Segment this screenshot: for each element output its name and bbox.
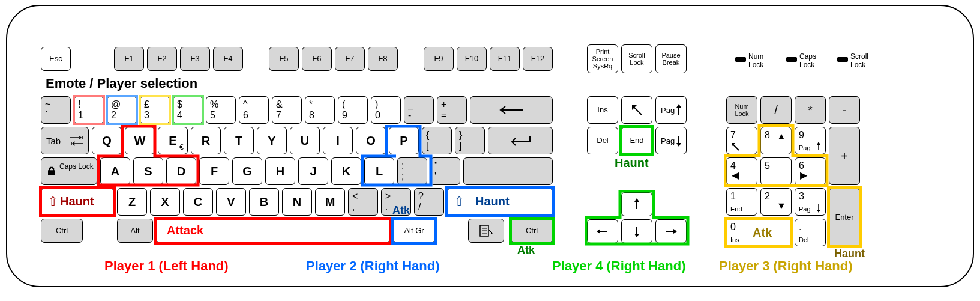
key-f8[interactable]: F8: [368, 47, 398, 71]
key-h[interactable]: H: [265, 157, 295, 185]
key-1[interactable]: !1: [74, 96, 104, 124]
key-numlock[interactable]: Num Lock: [726, 96, 757, 124]
key-f2[interactable]: F2: [147, 47, 177, 71]
key-t[interactable]: T: [224, 127, 254, 154]
arrow-down-icon: [675, 135, 682, 147]
key-l[interactable]: L: [364, 157, 394, 185]
key-f10[interactable]: F10: [457, 47, 487, 71]
key-rctrl[interactable]: Ctrl: [511, 219, 553, 243]
key-n[interactable]: N: [282, 188, 312, 216]
key-np7[interactable]: 7: [726, 127, 757, 154]
key-k[interactable]: K: [331, 157, 361, 185]
key-np1[interactable]: 1End: [726, 188, 757, 216]
arrow-up-icon: [675, 104, 682, 116]
key-w[interactable]: W: [125, 127, 155, 154]
key-np-add[interactable]: +: [829, 127, 860, 185]
key-f1[interactable]: F1: [114, 47, 144, 71]
key-9[interactable]: (9: [338, 96, 368, 124]
key-bracket-left[interactable]: {[: [422, 127, 452, 154]
key-f[interactable]: F: [199, 157, 229, 185]
key-f3[interactable]: F3: [180, 47, 210, 71]
key-equals[interactable]: +=: [437, 96, 467, 124]
key-np6[interactable]: 6 ▶: [795, 157, 826, 185]
key-np-multiply[interactable]: *: [795, 96, 826, 124]
key-np-decimal[interactable]: .Del: [795, 219, 826, 246]
key-np3[interactable]: 3Pag: [795, 188, 826, 216]
key-i[interactable]: I: [323, 127, 353, 154]
key-home[interactable]: [621, 96, 652, 124]
key-comma[interactable]: <,: [348, 188, 378, 216]
key-delete[interactable]: Del: [587, 127, 618, 154]
key-5[interactable]: %5: [206, 96, 236, 124]
key-f7[interactable]: F7: [335, 47, 365, 71]
key-capslock[interactable]: 🔒︎ Caps Lock: [41, 157, 97, 185]
svg-marker-9: [491, 232, 493, 234]
key-x[interactable]: X: [150, 188, 180, 216]
key-f5[interactable]: F5: [269, 47, 299, 71]
key-f4[interactable]: F4: [213, 47, 243, 71]
key-7[interactable]: &7: [272, 96, 302, 124]
key-f11[interactable]: F11: [490, 47, 520, 71]
key-arrow-down[interactable]: [621, 219, 652, 243]
key-altgr[interactable]: Alt Gr: [393, 219, 435, 243]
key-slash[interactable]: ?/: [414, 188, 444, 216]
key-c[interactable]: C: [183, 188, 213, 216]
key-scrolllock[interactable]: Scroll Lock: [621, 44, 652, 73]
key-b[interactable]: B: [249, 188, 279, 216]
key-e[interactable]: E€: [158, 127, 188, 154]
key-p[interactable]: P: [389, 127, 419, 154]
key-m[interactable]: M: [315, 188, 345, 216]
key-arrow-up[interactable]: [621, 192, 652, 216]
key-z[interactable]: Z: [117, 188, 147, 216]
key-end[interactable]: End: [621, 127, 652, 154]
key-o[interactable]: O: [356, 127, 386, 154]
key-backspace[interactable]: [470, 96, 553, 124]
key-printscreen[interactable]: Print Screen SysRq: [587, 44, 618, 73]
key-4[interactable]: $4: [173, 96, 203, 124]
key-s[interactable]: S: [133, 157, 163, 185]
key-quote[interactable]: "': [430, 157, 460, 185]
key-0[interactable]: )0: [371, 96, 401, 124]
key-j[interactable]: J: [298, 157, 328, 185]
key-np-enter[interactable]: Enter: [829, 188, 860, 246]
key-np4[interactable]: 4 ◀: [726, 157, 757, 185]
key-2[interactable]: @2: [107, 96, 137, 124]
key-pagedown[interactable]: Pag: [655, 127, 687, 154]
key-arrow-left[interactable]: [587, 219, 618, 243]
key-enter-extension[interactable]: [463, 157, 553, 185]
key-g[interactable]: G: [232, 157, 262, 185]
key-3[interactable]: £3: [140, 96, 170, 124]
key-tab[interactable]: Tab: [41, 127, 89, 154]
key-a[interactable]: A: [100, 157, 130, 185]
key-insert[interactable]: Ins: [587, 96, 618, 124]
key-menu[interactable]: [468, 219, 504, 243]
key-f6[interactable]: F6: [302, 47, 332, 71]
key-d[interactable]: D: [166, 157, 196, 185]
key-np-divide[interactable]: /: [760, 96, 792, 124]
key-bracket-right[interactable]: }]: [455, 127, 485, 154]
key-pageup[interactable]: Pag: [655, 96, 687, 124]
key-lalt[interactable]: Alt: [117, 219, 153, 243]
key-8[interactable]: *8: [305, 96, 335, 124]
key-np5[interactable]: 5: [760, 157, 792, 185]
key-lctrl[interactable]: Ctrl: [41, 219, 83, 243]
key-np8[interactable]: 8 ▲: [760, 127, 792, 154]
key-6[interactable]: ^6: [239, 96, 269, 124]
key-f9[interactable]: F9: [424, 47, 454, 71]
key-q[interactable]: Q: [92, 127, 122, 154]
key-v[interactable]: V: [216, 188, 246, 216]
key-f12[interactable]: F12: [523, 47, 553, 71]
key-semicolon[interactable]: :;: [397, 157, 427, 185]
key-minus[interactable]: _-: [404, 96, 434, 124]
key-enter[interactable]: [488, 127, 553, 154]
key-np2[interactable]: 2 ▼: [760, 188, 792, 216]
key-np-subtract[interactable]: -: [829, 96, 860, 124]
key-u[interactable]: U: [290, 127, 320, 154]
key-r[interactable]: R: [191, 127, 221, 154]
key-backtick[interactable]: ~`: [41, 96, 71, 124]
key-pause[interactable]: Pause Break: [655, 44, 687, 73]
key-esc[interactable]: Esc: [41, 47, 71, 71]
key-np9[interactable]: 9Pag: [795, 127, 826, 154]
key-y[interactable]: Y: [257, 127, 287, 154]
key-arrow-right[interactable]: [655, 219, 687, 243]
